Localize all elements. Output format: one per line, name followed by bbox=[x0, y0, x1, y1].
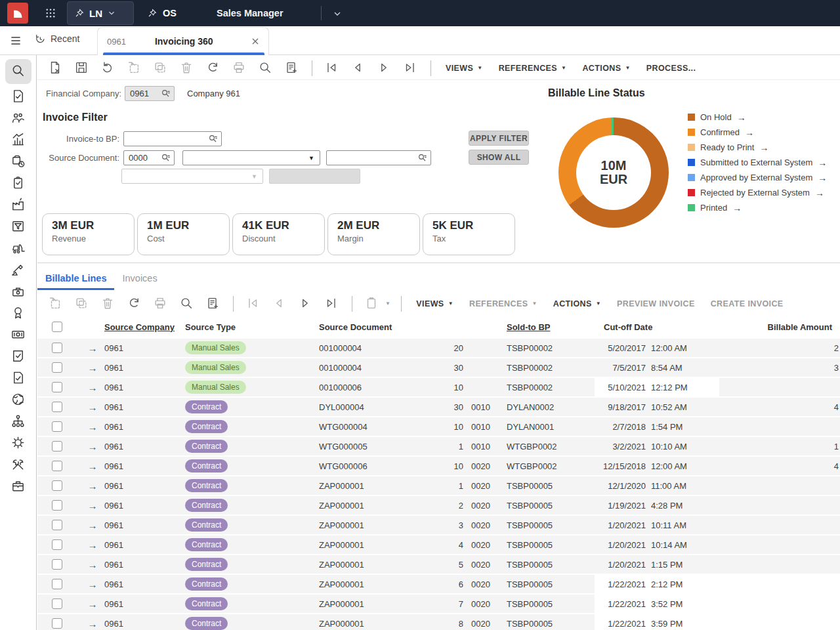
legend-drill-arrow[interactable]: → bbox=[759, 142, 768, 153]
row-checkbox[interactable] bbox=[52, 461, 62, 471]
references-lines-menu[interactable]: REFERENCES▼ bbox=[469, 299, 537, 308]
source-document-type-select[interactable]: ▼ bbox=[182, 150, 320, 165]
sidebar-maintenance[interactable] bbox=[5, 455, 32, 476]
source-document-number-input[interactable] bbox=[326, 150, 431, 165]
delete-line-button[interactable] bbox=[100, 296, 116, 312]
table-row[interactable]: → 0961 Contract ZAP000001 1 0020 TSBP000… bbox=[37, 476, 840, 495]
sidebar-sales-orders[interactable] bbox=[5, 87, 32, 108]
table-row[interactable]: → 0961 Contract ZAP000001 7 0020 TSBP000… bbox=[37, 595, 840, 613]
save-button[interactable] bbox=[74, 60, 90, 76]
sidebar-service[interactable] bbox=[5, 282, 32, 303]
preview-invoice-button[interactable]: PREVIEW INVOICE bbox=[617, 299, 695, 308]
tab-invoicing-360[interactable]: 0961 Invoicing 360 bbox=[97, 27, 269, 55]
sidebar-analysis[interactable] bbox=[5, 130, 32, 152]
sidebar-planning[interactable] bbox=[5, 152, 32, 173]
duplicate-button[interactable] bbox=[153, 60, 169, 76]
drill-arrow-icon[interactable]: → bbox=[81, 362, 104, 373]
invoice-to-bp-input[interactable] bbox=[123, 131, 222, 146]
drill-arrow-icon[interactable]: → bbox=[81, 500, 104, 511]
recent-button[interactable]: Recent bbox=[34, 33, 79, 45]
table-row[interactable]: → 0961 Contract WTG000006 10 0020 WTGBP0… bbox=[37, 457, 840, 475]
drill-arrow-icon[interactable]: → bbox=[81, 520, 104, 531]
actions-lines-menu[interactable]: ACTIONS▼ bbox=[553, 299, 601, 308]
sidebar-quality[interactable] bbox=[5, 303, 32, 325]
apply-filter-button[interactable]: APPLY FILTER bbox=[469, 131, 529, 146]
process-menu[interactable]: PROCESS... bbox=[646, 64, 696, 73]
row-checkbox[interactable] bbox=[52, 441, 62, 452]
workspace-selector-ln[interactable]: LN bbox=[67, 1, 134, 25]
previous-record-button[interactable] bbox=[350, 60, 366, 76]
drill-arrow-icon[interactable]: → bbox=[81, 461, 104, 472]
row-checkbox[interactable] bbox=[52, 382, 62, 392]
sidebar-warehousing[interactable] bbox=[5, 238, 32, 260]
row-checkbox[interactable] bbox=[52, 421, 62, 432]
tab-billable-lines[interactable]: Billable Lines bbox=[37, 269, 114, 290]
row-checkbox[interactable] bbox=[52, 579, 62, 589]
header-source-document[interactable]: Source Document bbox=[319, 322, 404, 332]
drill-arrow-icon[interactable]: → bbox=[81, 382, 104, 393]
next-line-button[interactable] bbox=[298, 296, 314, 312]
sidebar-search[interactable] bbox=[5, 59, 32, 84]
sidebar-business-partners[interactable] bbox=[5, 108, 32, 130]
drill-arrow-icon[interactable]: → bbox=[81, 402, 104, 413]
undo-button[interactable] bbox=[100, 60, 116, 76]
paste-button[interactable] bbox=[364, 296, 380, 312]
sidebar-finance[interactable] bbox=[5, 325, 32, 346]
notes-lines-button[interactable] bbox=[205, 296, 221, 312]
lookup-icon[interactable] bbox=[417, 153, 428, 163]
table-row[interactable]: → 0961 Contract ZAP000001 6 0020 TSBP000… bbox=[37, 575, 840, 593]
last-record-button[interactable] bbox=[403, 60, 419, 76]
refresh-lines-button[interactable] bbox=[127, 296, 142, 312]
drill-arrow-icon[interactable]: → bbox=[81, 618, 104, 629]
row-checkbox[interactable] bbox=[52, 598, 62, 609]
sidebar-organization[interactable] bbox=[5, 411, 32, 433]
actions-menu[interactable]: ACTIONS▼ bbox=[582, 64, 630, 73]
legend-drill-arrow[interactable]: → bbox=[818, 158, 827, 168]
tab-invoices[interactable]: Invoices bbox=[114, 269, 165, 290]
drill-arrow-icon[interactable]: → bbox=[81, 421, 104, 432]
print-lines-button[interactable] bbox=[153, 296, 169, 312]
sidebar-sales-funnel[interactable] bbox=[5, 217, 32, 238]
sidebar-approvals[interactable] bbox=[5, 346, 32, 368]
references-menu[interactable]: REFERENCES▼ bbox=[499, 64, 567, 73]
first-record-button[interactable] bbox=[324, 60, 340, 76]
drill-arrow-icon[interactable]: → bbox=[81, 539, 104, 551]
new-line-button[interactable] bbox=[48, 296, 64, 312]
next-record-button[interactable] bbox=[377, 60, 392, 76]
refresh-button[interactable] bbox=[205, 60, 221, 76]
row-checkbox[interactable] bbox=[52, 539, 62, 550]
select-all-checkbox[interactable] bbox=[52, 322, 62, 332]
kpi-card-margin[interactable]: 2M EURMargin bbox=[327, 213, 420, 255]
row-checkbox[interactable] bbox=[52, 343, 62, 353]
kpi-card-tax[interactable]: 5K EURTax bbox=[423, 213, 515, 255]
views-lines-menu[interactable]: VIEWS▼ bbox=[416, 299, 453, 308]
table-row[interactable]: → 0961 Contract WTG000005 1 0010 WTGBP00… bbox=[37, 437, 840, 455]
legend-drill-arrow[interactable]: → bbox=[732, 203, 742, 213]
duplicate-line-button[interactable] bbox=[74, 296, 90, 312]
sidebar-tasks[interactable] bbox=[5, 173, 32, 195]
lookup-icon[interactable] bbox=[208, 134, 219, 144]
row-checkbox[interactable] bbox=[52, 520, 62, 530]
drill-arrow-icon[interactable]: → bbox=[81, 579, 104, 590]
row-checkbox[interactable] bbox=[52, 559, 62, 570]
sidebar-projects[interactable] bbox=[5, 260, 32, 282]
workspace-os[interactable]: OS bbox=[147, 0, 177, 26]
previous-line-button[interactable] bbox=[272, 296, 287, 312]
row-checkbox[interactable] bbox=[52, 618, 62, 629]
header-cut-off-date[interactable]: Cut-off Date bbox=[595, 322, 646, 332]
financial-company-input[interactable]: 0961 bbox=[125, 86, 175, 101]
legend-drill-arrow[interactable]: → bbox=[745, 127, 754, 138]
table-row[interactable]: → 0961 Manual Sales 001000004 30 TSBP000… bbox=[37, 358, 840, 377]
legend-drill-arrow[interactable]: → bbox=[815, 188, 824, 198]
search-lines-button[interactable] bbox=[179, 296, 195, 312]
infor-logo-icon[interactable] bbox=[7, 3, 28, 24]
header-billable-amount[interactable]: Billable Amount bbox=[719, 322, 840, 332]
show-all-button[interactable]: SHOW ALL bbox=[469, 150, 529, 165]
row-checkbox[interactable] bbox=[52, 480, 62, 491]
table-row[interactable]: → 0961 Contract ZAP000001 5 0020 TSBP000… bbox=[37, 555, 840, 574]
drill-arrow-icon[interactable]: → bbox=[81, 480, 104, 492]
search-button[interactable] bbox=[258, 60, 274, 76]
table-row[interactable]: → 0961 Contract ZAP000001 2 0020 TSBP000… bbox=[37, 496, 840, 514]
kpi-card-discount[interactable]: 41K EURDiscount bbox=[232, 213, 325, 255]
table-row[interactable]: → 0961 Contract ZAP000001 3 0020 TSBP000… bbox=[37, 516, 840, 534]
